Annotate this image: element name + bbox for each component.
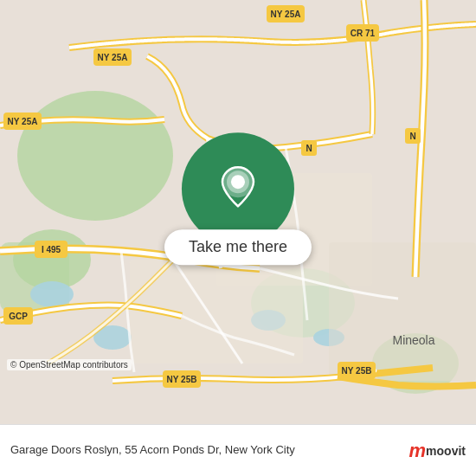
moovit-brand-text: moovit bbox=[426, 444, 466, 458]
svg-text:N: N bbox=[409, 132, 415, 141]
svg-point-6 bbox=[30, 281, 74, 307]
svg-text:CR 71: CR 71 bbox=[351, 29, 376, 38]
moovit-m-icon: m bbox=[409, 440, 427, 462]
footer-address: Garage Doors Roslyn, 55 Acorn Ponds Dr, … bbox=[10, 442, 295, 458]
osm-credit: © OpenStreetMap contributors bbox=[7, 359, 132, 370]
button-container[interactable]: Take me there bbox=[164, 132, 312, 265]
svg-rect-12 bbox=[329, 242, 476, 381]
svg-text:NY 25B: NY 25B bbox=[167, 375, 197, 384]
svg-text:NY 25A: NY 25A bbox=[8, 117, 38, 126]
svg-text:GCP: GCP bbox=[9, 312, 28, 321]
svg-text:NY 25A: NY 25A bbox=[271, 10, 301, 19]
svg-point-1 bbox=[17, 91, 173, 221]
moovit-logo: m moovit bbox=[409, 440, 466, 462]
address-text: Garage Doors Roslyn, 55 Acorn Ponds Dr, … bbox=[10, 442, 295, 458]
map-container: NY 25A NY 25A NY 25A I 495 GCP NY 25B NY… bbox=[0, 0, 476, 424]
footer: Garage Doors Roslyn, 55 Acorn Ponds Dr, … bbox=[0, 424, 476, 476]
svg-point-38 bbox=[231, 175, 245, 189]
svg-text:NY 25A: NY 25A bbox=[98, 53, 128, 62]
svg-text:Mineola: Mineola bbox=[392, 333, 434, 347]
take-me-there-button[interactable]: Take me there bbox=[164, 229, 312, 265]
svg-text:I 495: I 495 bbox=[42, 245, 61, 254]
location-circle bbox=[182, 132, 294, 245]
svg-text:NY 25B: NY 25B bbox=[342, 366, 372, 376]
pin-icon bbox=[216, 163, 260, 215]
